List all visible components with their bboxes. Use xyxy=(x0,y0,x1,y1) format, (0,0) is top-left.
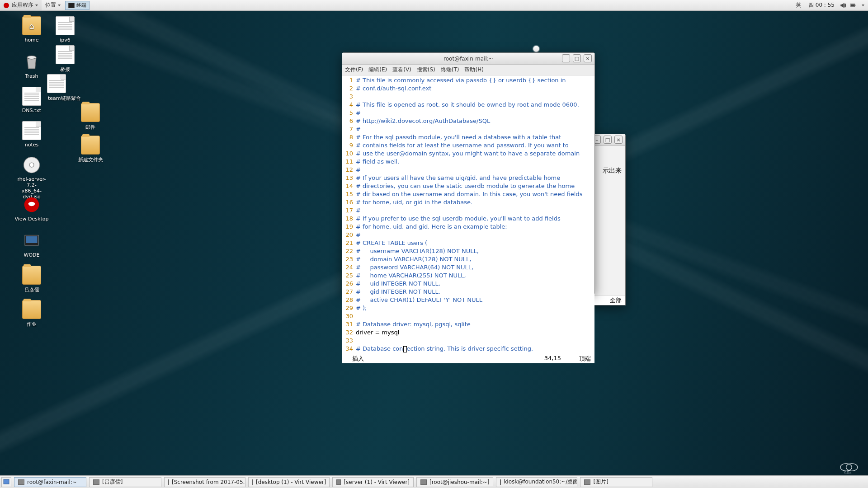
editor-line: 1# This file is commonly accessed via pa… xyxy=(343,76,592,84)
editor-line: 20# xyxy=(343,231,592,239)
window-icon xyxy=(168,479,169,485)
taskbar-item-label: [desktop (1) - Virt Viewer] xyxy=(256,479,326,485)
taskbar-item-label: kiosk@foundation50:~/桌面 xyxy=(504,478,577,486)
ime-indicator[interactable]: 英 xyxy=(792,0,805,10)
chevron-down-icon xyxy=(35,5,38,6)
editor-line: 18# If you prefer to use the sql userdb … xyxy=(343,215,592,223)
editor-line: 11# field as well. xyxy=(343,158,592,166)
editor-line: 25# home VARCHAR(255) NOT NULL, xyxy=(343,272,592,280)
desktop-icon-ipv6[interactable]: ipv6 xyxy=(47,16,83,43)
desktop-icon-homework[interactable]: 作业 xyxy=(14,300,50,328)
editor-line: 2# conf.d/auth-sql.conf.ext xyxy=(343,84,592,93)
show-desktop-icon xyxy=(3,479,9,485)
svg-rect-1 xyxy=(855,5,856,6)
desktop-icon-wode[interactable]: WODE xyxy=(14,231,50,258)
taskbar-item-label: root@faxin-mail:~ xyxy=(27,479,77,485)
editor-line: 24# password VARCHAR(64) NOT NULL, xyxy=(343,263,592,272)
desktop-icon-home[interactable]: ⌂home xyxy=(14,16,50,43)
taskbar-item[interactable]: kiosk@foundation50:~/桌面 xyxy=(496,477,577,487)
menu-places[interactable]: 位置 xyxy=(42,0,64,10)
window-icon xyxy=(584,479,590,485)
menu-applications[interactable]: 应用程序 xyxy=(0,0,42,10)
menu-edit[interactable]: 编辑(E) xyxy=(368,66,387,74)
menu-search[interactable]: 搜索(S) xyxy=(417,66,435,74)
terminal-icon xyxy=(68,3,75,8)
close-button[interactable]: × xyxy=(614,136,623,144)
close-button[interactable]: × xyxy=(584,54,592,62)
taskbar-item[interactable]: root@faxin-mail:~ xyxy=(14,477,86,487)
desktop-icon-newfolder[interactable]: 新建文件夹 xyxy=(72,136,108,163)
desktop-icon-teamlink[interactable]: team链路聚合 xyxy=(47,74,101,102)
taskbar-item[interactable]: [root@jieshou-mail:~] xyxy=(416,477,493,487)
menu-places-label: 位置 xyxy=(45,1,56,9)
desktop-icon-notes[interactable]: notes xyxy=(14,121,50,148)
svg-rect-2 xyxy=(851,4,854,6)
window-icon xyxy=(336,479,341,485)
maximize-button[interactable]: □ xyxy=(573,54,581,62)
desktop-icon-iso[interactable]: rhel-server-7.2- x86_64-dvd.iso xyxy=(14,155,50,200)
volume-icon[interactable] xyxy=(840,2,846,9)
taskbar-item-label: [server (1) - Virt Viewer] xyxy=(344,479,410,485)
menu-help[interactable]: 帮助(H) xyxy=(464,66,483,74)
taskbar-item[interactable]: [server (1) - Virt Viewer] xyxy=(332,477,414,487)
desktop-icon-mail[interactable]: 邮件 xyxy=(72,103,108,131)
desktop-icon-dns[interactable]: DNS.txt xyxy=(14,87,50,113)
editor-area[interactable]: 1# This file is commonly accessed via pa… xyxy=(342,75,594,354)
clock[interactable]: 四 00 : 55 xyxy=(805,0,838,10)
desktop-icon-bridge[interactable]: 桥接 xyxy=(47,45,83,73)
taskbar-item[interactable]: [desktop (1) - Virt Viewer] xyxy=(248,477,330,487)
editor-line: 32driver = mysql xyxy=(343,328,592,337)
taskbar-item-label: [root@jieshou-mail:~] xyxy=(429,479,489,485)
editor-line: 8# For the sql passdb module, you'll nee… xyxy=(343,133,592,141)
svg-point-5 xyxy=(29,163,34,167)
desktop-icon-view-desktop[interactable]: View Desktop xyxy=(14,195,50,222)
panel-task-terminal-label: 终端 xyxy=(76,2,86,9)
taskbar-item-label: [图片] xyxy=(593,478,608,486)
menu-terminal[interactable]: 终端(T) xyxy=(441,66,459,74)
editor-line: 14# directories, you can use the static … xyxy=(343,182,592,190)
show-desktop-button[interactable] xyxy=(1,477,11,487)
vim-scroll: 顶端 xyxy=(579,355,591,363)
menu-view[interactable]: 查看(V) xyxy=(392,66,411,74)
top-panel: 应用程序 位置 终端 英 四 00 : 55 xyxy=(0,0,868,11)
svg-point-3 xyxy=(27,56,36,59)
taskbar-item[interactable]: [吕彦儒] xyxy=(89,477,161,487)
menu-applications-label: 应用程序 xyxy=(12,1,33,9)
desktop-icon-lvyanru[interactable]: 吕彦儒 xyxy=(14,266,50,293)
editor-line: 3 xyxy=(343,93,592,101)
redhat-logo-icon xyxy=(4,3,9,8)
editor-line: 28# active CHAR(1) DEFAULT 'Y' NOT NULL xyxy=(343,296,592,304)
editor-line: 23# domain VARCHAR(128) NOT NULL, xyxy=(343,255,592,263)
user-menu[interactable] xyxy=(858,0,868,10)
bottom-panel: root@faxin-mail:~[吕彦儒][Screenshot from 2… xyxy=(0,475,868,488)
editor-line: 26# uid INTEGER NOT NULL, xyxy=(343,280,592,288)
editor-line: 31# Database driver: mysql, pgsql, sqlit… xyxy=(343,320,592,328)
editor-line: 33 xyxy=(343,337,592,345)
editor-line: 6# http://wiki2.dovecot.org/AuthDatabase… xyxy=(343,117,592,125)
svg-rect-8 xyxy=(26,236,38,243)
svg-rect-9 xyxy=(4,479,9,484)
window-title: root@faxin-mail:~ xyxy=(443,56,493,62)
terminal-window-front[interactable]: root@faxin-mail:~ – □ × 文件(F) 编辑(E) 查看(V… xyxy=(342,52,595,294)
window-icon xyxy=(93,479,99,485)
maximize-button[interactable]: □ xyxy=(604,136,612,144)
desktop-icon-trash[interactable]: Trash xyxy=(14,52,50,79)
menu-file[interactable]: 文件(F) xyxy=(345,66,363,74)
editor-line: 21# CREATE TABLE users ( xyxy=(343,239,592,247)
minimize-button[interactable]: – xyxy=(562,54,570,62)
editor-line: 10# use the user@domain syntax, you migh… xyxy=(343,150,592,158)
taskbar-item[interactable]: [Screenshot from 2017-05… xyxy=(164,477,245,487)
editor-line: 17# xyxy=(343,206,592,215)
window-icon xyxy=(252,479,253,485)
editor-line: 15# dir based on the username and domain… xyxy=(343,190,592,198)
panel-task-terminal[interactable]: 终端 xyxy=(65,1,90,10)
taskbar-item-label: [吕彦儒] xyxy=(102,478,123,486)
window-titlebar[interactable]: root@faxin-mail:~ – □ × xyxy=(342,53,594,65)
taskbar-item[interactable]: [图片] xyxy=(580,477,652,487)
editor-line: 27# gid INTEGER NOT NULL, xyxy=(343,288,592,296)
editor-line: 34# Database conection string. This is d… xyxy=(343,345,592,353)
window-icon xyxy=(500,479,501,485)
window-menubar: 文件(F) 编辑(E) 查看(V) 搜索(S) 终端(T) 帮助(H) xyxy=(342,65,594,75)
editor-line: 12# xyxy=(343,166,592,174)
battery-icon[interactable] xyxy=(850,2,856,9)
